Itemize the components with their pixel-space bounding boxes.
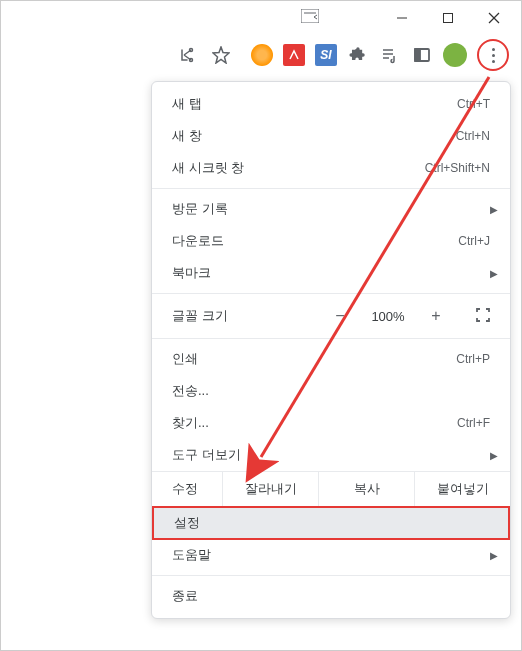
menu-divider	[152, 338, 510, 339]
menu-divider	[152, 575, 510, 576]
chevron-right-icon: ▶	[490, 204, 498, 215]
menu-bookmarks[interactable]: 북마크 ▶	[152, 257, 510, 289]
close-button[interactable]	[471, 2, 517, 34]
menu-help[interactable]: 도움말 ▶	[152, 539, 510, 571]
extension-sl-icon[interactable]: Sl	[315, 44, 337, 66]
menu-shortcut: Ctrl+N	[456, 129, 490, 143]
menu-item-label: 새 탭	[172, 95, 202, 113]
menu-item-label: 도구 더보기	[172, 446, 241, 464]
menu-item-label: 설정	[174, 514, 200, 532]
svg-rect-2	[444, 14, 453, 23]
media-control-icon[interactable]	[379, 44, 401, 66]
side-panel-icon[interactable]	[411, 44, 433, 66]
fullscreen-icon[interactable]	[476, 308, 490, 325]
tab-status-icon	[301, 9, 319, 27]
copy-button[interactable]: 복사	[318, 472, 414, 506]
menu-item-label: 북마크	[172, 264, 211, 282]
minimize-button[interactable]	[379, 2, 425, 34]
chevron-right-icon: ▶	[490, 450, 498, 461]
menu-incognito[interactable]: 새 시크릿 창 Ctrl+Shift+N	[152, 152, 510, 184]
chevron-right-icon: ▶	[490, 268, 498, 279]
main-menu-button-highlight	[477, 39, 509, 71]
menu-item-label: 도움말	[172, 546, 211, 564]
zoom-out-button[interactable]: −	[330, 307, 350, 325]
chevron-right-icon: ▶	[490, 550, 498, 561]
menu-zoom-row: 글꼴 크기 − 100% +	[152, 298, 510, 334]
browser-toolbar: Sl	[1, 35, 521, 75]
menu-settings[interactable]: 설정	[152, 506, 510, 540]
menu-shortcut: Ctrl+F	[457, 416, 490, 430]
extensions-puzzle-icon[interactable]	[347, 44, 369, 66]
menu-divider	[152, 188, 510, 189]
share-icon[interactable]	[175, 43, 199, 67]
zoom-value: 100%	[368, 309, 408, 324]
menu-item-label: 인쇄	[172, 350, 198, 368]
edit-label: 수정	[152, 480, 222, 498]
menu-shortcut: Ctrl+J	[458, 234, 490, 248]
menu-shortcut: Ctrl+T	[457, 97, 490, 111]
zoom-label: 글꼴 크기	[172, 307, 330, 325]
menu-shortcut: Ctrl+Shift+N	[425, 161, 490, 175]
menu-exit[interactable]: 종료	[152, 580, 510, 612]
menu-new-tab[interactable]: 새 탭 Ctrl+T	[152, 88, 510, 120]
menu-print[interactable]: 인쇄 Ctrl+P	[152, 343, 510, 375]
cut-button[interactable]: 잘라내기	[222, 472, 318, 506]
maximize-button[interactable]	[425, 2, 471, 34]
menu-item-label: 전송...	[172, 382, 209, 400]
menu-downloads[interactable]: 다운로드 Ctrl+J	[152, 225, 510, 257]
window-title-bar	[1, 1, 521, 35]
menu-item-label: 새 창	[172, 127, 202, 145]
menu-item-label: 방문 기록	[172, 200, 228, 218]
zoom-in-button[interactable]: +	[426, 307, 446, 325]
menu-item-label: 종료	[172, 587, 198, 605]
profile-avatar[interactable]	[443, 43, 467, 67]
menu-cast[interactable]: 전송...	[152, 375, 510, 407]
bookmark-star-icon[interactable]	[209, 43, 233, 67]
menu-item-label: 다운로드	[172, 232, 224, 250]
menu-divider	[152, 293, 510, 294]
main-menu-button[interactable]	[492, 48, 495, 63]
extension-orange-icon[interactable]	[251, 44, 273, 66]
menu-item-label: 새 시크릿 창	[172, 159, 244, 177]
menu-item-label: 찾기...	[172, 414, 209, 432]
main-menu-panel: 새 탭 Ctrl+T 새 창 Ctrl+N 새 시크릿 창 Ctrl+Shift…	[151, 81, 511, 619]
menu-new-window[interactable]: 새 창 Ctrl+N	[152, 120, 510, 152]
menu-find[interactable]: 찾기... Ctrl+F	[152, 407, 510, 439]
menu-more-tools[interactable]: 도구 더보기 ▶	[152, 439, 510, 471]
menu-shortcut: Ctrl+P	[456, 352, 490, 366]
svg-rect-11	[415, 49, 420, 61]
menu-history[interactable]: 방문 기록 ▶	[152, 193, 510, 225]
menu-edit-row: 수정 잘라내기 복사 붙여넣기	[152, 471, 510, 507]
extension-red-icon[interactable]	[283, 44, 305, 66]
paste-button[interactable]: 붙여넣기	[414, 472, 510, 506]
